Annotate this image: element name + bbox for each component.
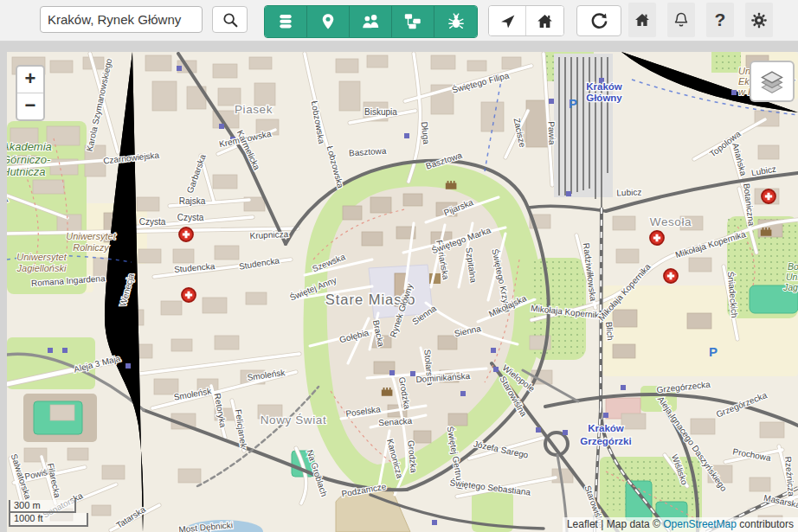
map-label: Hutnicza: [7, 165, 46, 178]
map-label: Jagielloński: [16, 263, 67, 273]
app-home-button[interactable]: [628, 3, 656, 37]
map-label: Kraków: [588, 423, 624, 433]
search-input[interactable]: [40, 6, 203, 33]
tram-stop-marker: [493, 367, 499, 372]
zoom-control: + −: [16, 65, 45, 121]
search-button[interactable]: [212, 6, 248, 33]
toolbar: ?: [0, 0, 798, 42]
map-label: Czysta: [139, 217, 166, 227]
layers-control[interactable]: [750, 61, 795, 102]
zoom-in-button[interactable]: +: [17, 67, 43, 93]
map-label: Akademia: [7, 140, 52, 153]
refresh-icon: [589, 11, 609, 31]
issues-layer-button[interactable]: [434, 6, 477, 37]
navigation-group: [488, 5, 564, 36]
help-icon: ?: [715, 10, 726, 30]
parking-icon: P: [569, 96, 577, 111]
hospital-marker[interactable]: [179, 228, 193, 241]
locate-arrow-icon: [499, 12, 517, 30]
scale-metric: 300 m: [9, 500, 76, 514]
map-label: Nowy Świat: [261, 413, 327, 426]
home-icon: [634, 10, 651, 29]
castle-icon: [382, 388, 393, 396]
map-label: Jagiellońskiego: [782, 282, 798, 292]
map-label: Rajska: [179, 196, 206, 206]
parking-icon: P: [709, 344, 718, 359]
tram-stop-marker: [566, 191, 571, 196]
tram-stop-marker: [731, 90, 737, 95]
tram-stop-marker: [389, 370, 395, 375]
locate-button[interactable]: [489, 6, 526, 35]
hospital-marker[interactable]: [664, 269, 678, 283]
castle-icon: [761, 228, 772, 236]
home-view-button[interactable]: [526, 6, 563, 35]
map-label: Uniwersytet: [66, 231, 116, 241]
hospital-marker[interactable]: [762, 189, 775, 203]
map-label: Grzegórzki: [580, 436, 631, 446]
map-label: Kraków: [586, 81, 622, 92]
attribution-suffix: contributors: [737, 518, 794, 530]
tram-stop-marker: [410, 371, 415, 376]
hospital-marker[interactable]: [182, 288, 196, 302]
tram-stop-marker: [603, 413, 608, 418]
map-marker-icon: [319, 12, 337, 31]
tram-stop-marker: [491, 348, 496, 353]
map-label: Blich: [604, 321, 615, 341]
sitemap-icon: [403, 12, 422, 31]
app-buttons-group: ?: [628, 3, 773, 37]
tram-stop-marker: [460, 391, 466, 396]
scale-control: 300 m 1000 ft: [9, 500, 88, 527]
tram-stop-marker: [48, 348, 53, 353]
bell-icon: [673, 10, 690, 29]
database-layer-button[interactable]: [265, 6, 307, 37]
markers-layer-button[interactable]: [307, 6, 350, 37]
hierarchy-layer-button[interactable]: [392, 6, 434, 37]
users-icon: [361, 12, 380, 31]
tram-stop-marker: [404, 133, 409, 138]
map-label: Wesoła: [650, 215, 692, 228]
tram-stop-marker: [125, 363, 131, 369]
bug-icon: [447, 12, 466, 31]
magnifier-icon: [221, 10, 240, 29]
map-label: Krupnicza: [249, 229, 288, 240]
home-icon: [536, 12, 554, 30]
tram-stop-marker: [549, 99, 554, 104]
database-icon: [277, 12, 294, 31]
map-label: Pawia: [547, 121, 557, 145]
notifications-button[interactable]: [667, 3, 695, 37]
map-label: Główny: [586, 93, 622, 103]
gear-icon: [750, 10, 768, 30]
map-label: Uniwersytet: [16, 252, 67, 262]
map-label: Lubicz: [616, 188, 641, 198]
hospital-marker[interactable]: [650, 231, 664, 245]
help-button[interactable]: ?: [706, 3, 734, 37]
tram-stop-marker: [536, 427, 541, 433]
settings-button[interactable]: [745, 3, 773, 37]
scale-imperial: 1000 ft: [9, 513, 88, 527]
castle-icon: [446, 181, 457, 189]
map-label: Górniczo-: [7, 153, 51, 166]
people-layer-button[interactable]: [350, 6, 392, 37]
tram-stop-marker: [432, 520, 437, 525]
zoom-out-button[interactable]: −: [17, 93, 43, 119]
tram-stop-marker: [563, 430, 568, 435]
tram-stop-marker: [219, 124, 224, 129]
map-label: Czysta: [177, 213, 204, 222]
map-tools-group: [264, 5, 478, 38]
map-label: Biskupia: [364, 107, 397, 117]
map-tiles: PiasekStare MiastoNowy ŚwiatWesołaKraków…: [7, 52, 798, 532]
tram-stop-marker: [621, 385, 626, 390]
map-label: Botaniczny: [788, 261, 798, 272]
tram-stop-marker: [62, 348, 68, 353]
refresh-button[interactable]: [576, 5, 621, 36]
map-label: Piasek: [235, 103, 273, 116]
map-label: Rolniczy: [73, 242, 110, 253]
layers-icon: [759, 68, 785, 94]
map-label: Długa: [420, 121, 431, 144]
osm-link[interactable]: OpenStreetMap: [663, 518, 737, 530]
map-canvas[interactable]: PiasekStare MiastoNowy ŚwiatWesołaKraków…: [7, 52, 798, 532]
attribution: Leaflet | Map data © OpenStreetMap contr…: [563, 517, 798, 532]
attribution-prefix: Leaflet | Map data ©: [567, 518, 663, 530]
tram-stop-marker: [177, 66, 182, 71]
map-label: Uniwersytetu: [786, 272, 798, 282]
